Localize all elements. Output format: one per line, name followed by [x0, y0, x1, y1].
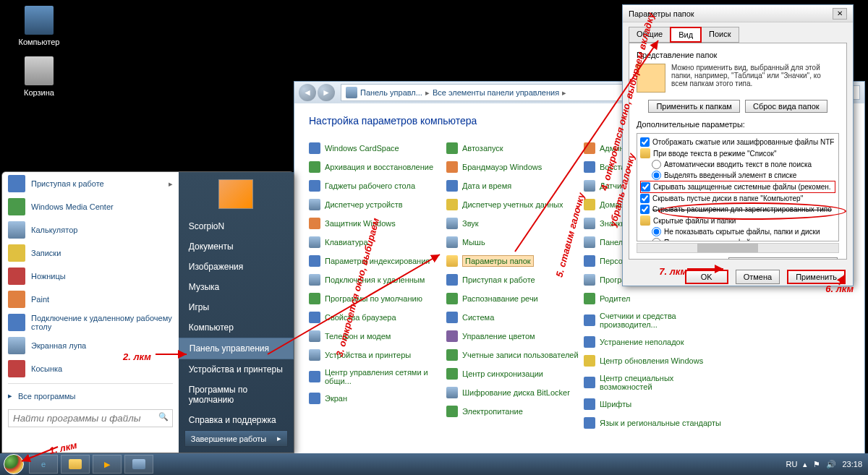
dialog-titlebar[interactable]: Параметры папок ✕ [623, 5, 853, 22]
checkbox[interactable] [640, 205, 650, 214]
cp-item[interactable]: Диспетчер устройств [309, 197, 446, 212]
start-item-rdp[interactable]: Подключение к удаленному рабочему столу [2, 311, 179, 334]
tab-view[interactable]: Вид [670, 27, 702, 43]
cp-item[interactable]: Учетные записи пользователей [446, 348, 584, 362]
cp-item[interactable]: Телефон и модем [309, 329, 446, 343]
tree-item[interactable]: При вводе текста в режиме "Список" [640, 147, 835, 159]
checkbox[interactable] [641, 182, 650, 192]
cp-item[interactable]: Устройства и принтеры [309, 348, 446, 362]
restore-defaults-button[interactable]: Восстановить умолчания [728, 257, 838, 260]
right-item-computer[interactable]: Компьютер [179, 317, 294, 338]
cp-item[interactable]: Родител [584, 291, 721, 306]
shutdown-button[interactable]: Завершение работы▸ [184, 430, 288, 447]
right-item-control-panel[interactable]: Панель управления [179, 338, 294, 359]
cp-item[interactable]: Центр управления сетями и общи... [309, 367, 446, 387]
tree-item[interactable]: Отображать сжатые или зашифрованные файл… [640, 137, 835, 147]
tree-item[interactable]: Автоматически вводить текст в поле поиск… [640, 159, 835, 170]
cp-item[interactable]: Гаджеты рабочего стола [309, 179, 446, 193]
right-item-default-programs[interactable]: Программы по умолчанию [179, 380, 294, 410]
user-avatar[interactable] [218, 179, 253, 209]
cp-item[interactable]: Распознавание речи [446, 291, 584, 306]
start-item-snipping[interactable]: Ножницы [2, 265, 179, 288]
tree-item[interactable]: Скрытые файлы и папки [640, 215, 835, 226]
cp-item[interactable]: Брандмауэр Windows [446, 160, 584, 174]
desktop-icon-trash[interactable]: Корзина [17, 56, 61, 97]
tree-item[interactable]: Скрывать пустые диски в папке "Компьютер… [640, 193, 835, 204]
checkbox[interactable] [640, 194, 650, 203]
cp-item[interactable]: Приступая к работе [446, 273, 584, 287]
cancel-button[interactable]: Отмена [736, 270, 780, 284]
cp-item[interactable]: Автозапуск [446, 141, 584, 155]
tray-flag-icon[interactable]: ▴ [803, 460, 807, 469]
cp-item[interactable]: Центр синхронизации [446, 367, 584, 381]
user-name[interactable]: ScorpioN [179, 216, 294, 236]
right-item-music[interactable]: Музыка [179, 277, 294, 297]
cp-item[interactable]: Устранение неполадок [584, 335, 721, 349]
tray-volume-icon[interactable]: 🔊 [826, 460, 836, 469]
right-item-documents[interactable]: Документы [179, 236, 294, 257]
taskbar-explorer[interactable] [61, 455, 90, 474]
cp-item[interactable]: Windows CardSpace [309, 141, 446, 155]
start-item-notes[interactable]: Записки [2, 241, 179, 265]
start-item-magnifier[interactable]: Экранная лупа [2, 334, 179, 357]
apply-to-folders-button[interactable]: Применить к папкам [648, 100, 740, 113]
cp-item[interactable]: Подключения к удаленным [309, 273, 446, 287]
all-programs-button[interactable]: ▸Все программы [2, 387, 179, 405]
nav-back-button[interactable]: ◄ [299, 84, 316, 101]
cp-item[interactable]: Диспетчер учетных данных [446, 197, 584, 212]
apply-button[interactable]: Применить [787, 270, 846, 284]
cp-item[interactable]: Система [446, 310, 584, 325]
tab-general[interactable]: Общие [629, 27, 671, 43]
cp-item[interactable]: Клавиатура [309, 235, 446, 249]
tree-item[interactable]: Скрывать расширения для зарегистрированн… [640, 204, 835, 215]
advanced-settings-tree[interactable]: Отображать сжатые или зашифрованные файл… [637, 133, 839, 241]
radio[interactable] [652, 238, 661, 241]
cp-item[interactable]: Экран [309, 391, 446, 406]
tray-clock[interactable]: 23:18 [842, 460, 862, 468]
radio[interactable] [652, 171, 661, 180]
cp-item-folder-options[interactable]: Параметры папок [446, 254, 584, 268]
reset-folders-button[interactable]: Сброс вида папок [745, 100, 827, 113]
radio[interactable] [652, 160, 661, 169]
cp-item[interactable]: Мышь [446, 235, 584, 249]
start-item-paint[interactable]: Paint [2, 288, 179, 311]
right-item-help[interactable]: Справка и поддержка [179, 410, 294, 430]
start-item-calculator[interactable]: Калькулятор [2, 218, 179, 241]
desktop-icon-computer[interactable]: Компьютер [17, 6, 61, 46]
cp-item[interactable]: Дата и время [446, 179, 584, 193]
taskbar-app[interactable] [124, 455, 153, 474]
checkbox[interactable] [640, 137, 650, 147]
start-item-solitaire[interactable]: Косынка [2, 357, 179, 380]
start-button[interactable] [0, 453, 27, 475]
cp-item[interactable]: Счетчики и средства производител... [584, 310, 721, 330]
right-item-games[interactable]: Игры [179, 297, 294, 317]
radio[interactable] [652, 227, 661, 236]
tray-action-center-icon[interactable]: ⚑ [813, 460, 820, 469]
ok-button[interactable]: OK [685, 270, 728, 284]
cp-item[interactable]: Шифрование диска BitLocker [446, 385, 584, 400]
tree-item-show-hidden[interactable]: Показывать скрытые файлы, папки и диски [640, 237, 835, 241]
taskbar-ie[interactable]: e [29, 455, 58, 474]
cp-item[interactable]: Звук [446, 216, 584, 231]
start-item-media-center[interactable]: Windows Media Center [2, 195, 179, 218]
close-button[interactable]: ✕ [833, 8, 847, 20]
cp-item[interactable]: Управление цветом [446, 329, 584, 343]
tree-item[interactable]: Не показывать скрытые файлы, папки и дис… [640, 226, 835, 237]
tree-item-hide-protected[interactable]: Скрывать защищенные системные файлы (рек… [640, 181, 835, 193]
cp-item[interactable]: Электропитание [446, 404, 584, 419]
language-indicator[interactable]: RU [786, 460, 798, 468]
nav-forward-button[interactable]: ► [318, 84, 335, 101]
cp-item[interactable]: Архивация и восстановление [309, 160, 446, 174]
cp-item[interactable]: Параметры индексирования [309, 254, 446, 268]
cp-item[interactable]: Программы по умолчанию [309, 291, 446, 306]
taskbar-media[interactable]: ▶ [93, 455, 122, 474]
cp-item[interactable]: Язык и региональные стандарты [584, 416, 721, 430]
cp-item[interactable]: Центр обновления Windows [584, 354, 721, 368]
cp-item[interactable]: Свойства браузера [309, 310, 446, 325]
start-search-input[interactable] [8, 409, 173, 427]
cp-item[interactable]: Центр специальных возможностей [584, 372, 721, 393]
horizontal-scrollbar[interactable] [637, 243, 839, 253]
tab-search[interactable]: Поиск [701, 27, 739, 43]
start-item-getting-started[interactable]: Приступая к работе▸ [2, 172, 179, 195]
tree-item[interactable]: Выделять введенный элемент в списке [640, 170, 835, 181]
